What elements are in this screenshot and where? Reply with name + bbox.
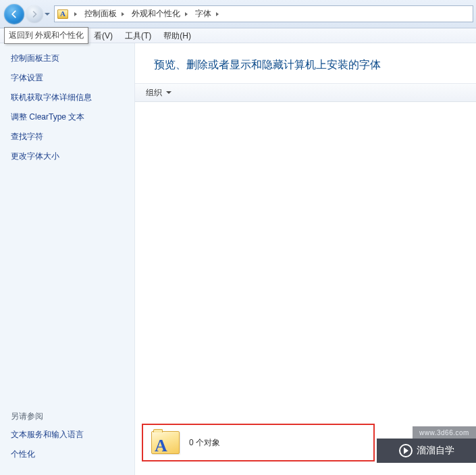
- breadcrumb-label: 控制面板: [84, 8, 117, 20]
- breadcrumb-item-control-panel[interactable]: 控制面板: [80, 6, 118, 22]
- history-dropdown[interactable]: [43, 5, 51, 23]
- arrow-left-icon: [9, 9, 19, 19]
- back-tooltip: 返回到 外观和个性化: [4, 27, 88, 44]
- forward-button: [26, 5, 43, 23]
- breadcrumb-item-fonts[interactable]: 字体: [191, 6, 213, 22]
- sidebar-link-font-settings[interactable]: 字体设置: [11, 72, 126, 84]
- item-count: 0 个对象: [189, 437, 220, 449]
- fonts-folder-icon: A: [56, 7, 70, 21]
- breadcrumb-separator[interactable]: [118, 6, 128, 22]
- sidebar-link-cleartype[interactable]: 调整 ClearType 文本: [11, 111, 126, 123]
- breadcrumb-label: 外观和个性化: [132, 8, 180, 20]
- menu-view[interactable]: 看(V): [88, 30, 119, 42]
- breadcrumb-separator[interactable]: [182, 6, 191, 22]
- organize-button[interactable]: 组织: [142, 85, 176, 101]
- menu-tools[interactable]: 工具(T): [119, 30, 157, 42]
- address-bar[interactable]: A 控制面板 外观和个性化 字体: [54, 5, 473, 22]
- arrow-right-icon: [30, 10, 38, 18]
- toolbar: 组织: [135, 83, 476, 102]
- breadcrumb-separator[interactable]: [71, 6, 80, 22]
- sidebar-link-find-char[interactable]: 查找字符: [11, 131, 126, 143]
- sidebar-link-online-font-info[interactable]: 联机获取字体详细信息: [11, 92, 126, 103]
- items-canvas[interactable]: [135, 102, 476, 418]
- main-area: 控制面板主页 字体设置 联机获取字体详细信息 调整 ClearType 文本 查…: [0, 43, 476, 475]
- watermark: 溜溜自学: [377, 439, 476, 463]
- play-icon: [399, 444, 413, 457]
- watermark-brand: 溜溜自学: [417, 445, 454, 457]
- fonts-folder-large-icon: A: [151, 431, 180, 454]
- sidebar-link-text-services[interactable]: 文本服务和输入语言: [11, 429, 126, 441]
- breadcrumb-separator[interactable]: [213, 6, 222, 22]
- sidebar-link-font-size[interactable]: 更改字体大小: [11, 151, 126, 162]
- page-title: 预览、删除或者显示和隐藏计算机上安装的字体: [135, 43, 476, 83]
- see-also-label: 另请参阅: [11, 411, 126, 422]
- chevron-down-icon: [45, 13, 50, 16]
- sidebar-home[interactable]: 控制面板主页: [11, 53, 126, 64]
- sidebar-link-personalization[interactable]: 个性化: [11, 449, 126, 460]
- menu-help[interactable]: 帮助(H): [157, 30, 197, 42]
- watermark-url: www.3d66.com: [413, 426, 476, 439]
- content-pane: 预览、删除或者显示和隐藏计算机上安装的字体 组织 A 0 个对象 www.3d6…: [135, 43, 476, 475]
- status-bar: A 0 个对象: [142, 424, 375, 461]
- organize-label: 组织: [146, 87, 162, 99]
- sidebar: 控制面板主页 字体设置 联机获取字体详细信息 调整 ClearType 文本 查…: [0, 43, 135, 475]
- breadcrumb-label: 字体: [195, 8, 211, 20]
- chevron-down-icon: [166, 91, 171, 94]
- back-button[interactable]: [4, 4, 24, 24]
- navigation-bar: A 控制面板 外观和个性化 字体 返回到 外观和个性化: [0, 0, 476, 28]
- breadcrumb-item-appearance[interactable]: 外观和个性化: [128, 6, 182, 22]
